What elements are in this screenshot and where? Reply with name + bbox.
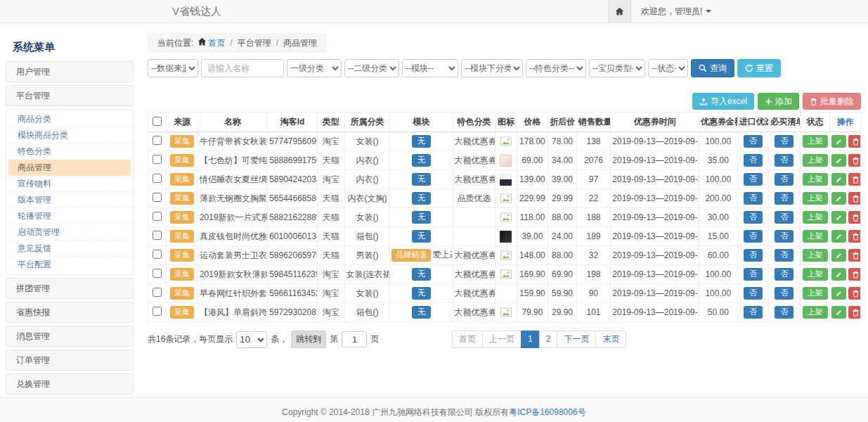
- sidebar-item[interactable]: 宣传物料: [6, 176, 133, 192]
- user-menu[interactable]: 欢迎您，管理员!: [641, 6, 711, 18]
- sidebar-group[interactable]: 拼团管理: [6, 278, 134, 299]
- welcome-text: 欢迎您，管理员!: [641, 6, 702, 18]
- discount-price-cell: 39.00: [548, 170, 577, 189]
- status-badge: 无: [412, 268, 431, 280]
- sidebar-item[interactable]: 模块商品分类: [6, 127, 133, 143]
- sidebar-item[interactable]: 意见反馈: [6, 241, 133, 257]
- status-badge: 否: [775, 154, 793, 166]
- pager-button[interactable]: 下一页: [557, 331, 596, 348]
- discount-price-cell: 69.90: [548, 265, 577, 284]
- source-cell: 采集: [167, 284, 198, 303]
- edit-button[interactable]: [831, 135, 846, 148]
- coupon-time-cell: 2019-09-13—2019-09-15: [611, 246, 699, 265]
- edit-button[interactable]: [831, 192, 846, 205]
- row-checkbox[interactable]: [153, 307, 162, 316]
- type-cell: 淘宝: [318, 265, 344, 284]
- status-badge: 上架: [803, 192, 828, 204]
- filter-select-data-source[interactable]: --数据来源--: [148, 59, 198, 77]
- filter-select-feature-category[interactable]: --特色分类--: [526, 59, 586, 77]
- row-checkbox[interactable]: [153, 212, 162, 221]
- sidebar-group[interactable]: 平台管理: [6, 85, 134, 106]
- delete-button[interactable]: [848, 230, 860, 243]
- sidebar-group[interactable]: 用户管理: [6, 61, 134, 82]
- delete-button[interactable]: [848, 135, 860, 148]
- jump-page-input[interactable]: [342, 331, 367, 347]
- batch-delete-button[interactable]: 批量删除: [803, 93, 861, 110]
- status-badge: 否: [744, 268, 763, 280]
- jump-button[interactable]: 跳转到: [291, 331, 326, 348]
- delete-button[interactable]: [848, 287, 860, 300]
- delete-button[interactable]: [848, 249, 860, 262]
- filter-select-module-subcategory[interactable]: --模块下分类--: [461, 59, 523, 77]
- column-header: 销售数量: [576, 113, 611, 132]
- sidebar-item-active[interactable]: 商品管理: [8, 160, 131, 176]
- import-excel-button[interactable]: 导入excel: [692, 93, 754, 110]
- sidebar-item[interactable]: 特色分类: [6, 143, 133, 160]
- status-cell: 上架: [800, 284, 830, 303]
- edit-button[interactable]: [831, 173, 846, 186]
- edit-button[interactable]: [831, 230, 846, 243]
- breadcrumb-home-link[interactable]: 首页: [208, 38, 225, 48]
- row-checkbox[interactable]: [153, 193, 162, 202]
- image-placeholder-icon: [500, 250, 512, 261]
- product-thumbnail: [500, 174, 512, 186]
- import-select-cell: 否: [737, 265, 769, 284]
- must-buy-cell: 否: [769, 151, 801, 170]
- icp-link[interactable]: 粤ICP备16098006号: [509, 407, 585, 417]
- reset-button[interactable]: 重置: [737, 59, 781, 77]
- delete-button[interactable]: [848, 192, 860, 205]
- search-button[interactable]: 查询: [691, 59, 734, 77]
- filter-select-module[interactable]: --模块--: [402, 59, 458, 77]
- row-checkbox[interactable]: [153, 155, 162, 164]
- filter-select-level2-category[interactable]: --二级分类--: [344, 59, 399, 77]
- name-search-input[interactable]: [201, 59, 284, 77]
- add-button[interactable]: 添加: [758, 93, 799, 110]
- status-badge: 上架: [803, 211, 828, 223]
- edit-button[interactable]: [831, 287, 846, 300]
- edit-button[interactable]: [831, 306, 846, 319]
- row-checkbox[interactable]: [153, 136, 162, 145]
- row-checkbox[interactable]: [153, 231, 162, 240]
- row-checkbox[interactable]: [153, 250, 162, 259]
- delete-button[interactable]: [848, 154, 860, 167]
- sidebar-group[interactable]: 兑换管理: [6, 373, 134, 395]
- sidebar-group[interactable]: 消息管理: [6, 326, 134, 347]
- sidebar-group[interactable]: 订单管理: [6, 350, 134, 371]
- sidebar-item[interactable]: 平台配置: [6, 257, 133, 273]
- row-checkbox[interactable]: [153, 269, 162, 278]
- filter-select-item-type[interactable]: --宝贝类型--: [589, 59, 645, 77]
- status-badge: 否: [775, 192, 793, 204]
- status-badge: 否: [775, 230, 793, 242]
- row-select-cell: [148, 303, 167, 322]
- category-cell: 女装(连衣裙): [344, 265, 390, 284]
- edit-button[interactable]: [831, 249, 846, 262]
- sidebar-item[interactable]: 轮播管理: [6, 208, 133, 224]
- row-checkbox[interactable]: [153, 288, 162, 297]
- edit-button[interactable]: [831, 211, 846, 224]
- select-all-checkbox[interactable]: [153, 117, 162, 126]
- price-cell: 178.00: [517, 132, 548, 151]
- home-button[interactable]: [608, 0, 631, 23]
- pager-button[interactable]: 末页: [595, 331, 626, 348]
- source-cell: 采集: [167, 208, 198, 227]
- delete-button[interactable]: [848, 306, 860, 319]
- discount-price-cell: 29.90: [548, 303, 577, 322]
- discount-price-cell: 59.90: [548, 284, 577, 303]
- filter-select-level1-category[interactable]: 一级分类: [287, 59, 342, 77]
- edit-button[interactable]: [831, 154, 846, 167]
- pager-button[interactable]: 2: [539, 331, 558, 348]
- pager-button[interactable]: 1: [521, 331, 540, 348]
- sidebar-item[interactable]: 启动页管理: [6, 224, 133, 241]
- page-size-select[interactable]: 10: [236, 331, 267, 348]
- edit-button[interactable]: [831, 268, 846, 281]
- row-checkbox[interactable]: [153, 174, 162, 183]
- plus-icon: [765, 98, 772, 106]
- filter-select-status[interactable]: --状态--: [648, 59, 688, 77]
- sidebar-item[interactable]: 商品分类: [6, 111, 133, 127]
- sidebar-group[interactable]: 省惠快报: [6, 302, 134, 323]
- sidebar-menu: 用户管理平台管理商品分类模块商品分类特色分类商品管理宣传物料版本管理轮播管理启动…: [6, 61, 134, 397]
- delete-button[interactable]: [848, 173, 860, 186]
- sidebar-item[interactable]: 版本管理: [6, 192, 133, 208]
- delete-button[interactable]: [848, 211, 860, 224]
- delete-button[interactable]: [848, 268, 860, 281]
